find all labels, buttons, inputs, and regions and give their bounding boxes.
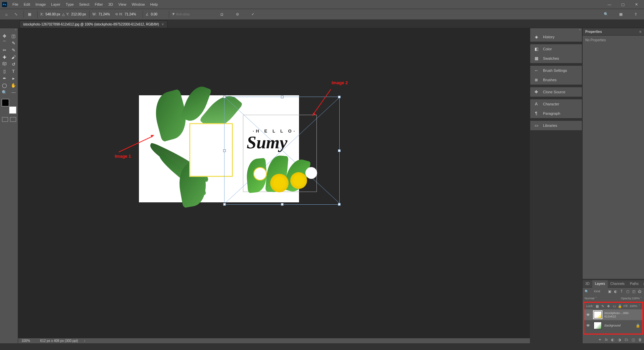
- link-wh-icon[interactable]: ⟲: [115, 12, 118, 16]
- panel-character[interactable]: ACharacter: [530, 99, 582, 109]
- doc-dimensions[interactable]: 612 px x 408 px (300 ppi): [40, 339, 78, 343]
- transform-handle-s[interactable]: [281, 203, 284, 206]
- path-select-tool[interactable]: ▸: [9, 75, 18, 82]
- filter-toggle-icon[interactable]: ⏻: [637, 289, 642, 294]
- filter-shape-icon[interactable]: ▢: [625, 289, 630, 294]
- menu-filter[interactable]: Filter: [92, 0, 105, 9]
- arrange-icon[interactable]: ▦: [617, 11, 625, 18]
- healing-tool[interactable]: ✚: [0, 54, 9, 60]
- transform-handle-w[interactable]: [223, 149, 226, 152]
- mask-icon[interactable]: ◐: [611, 338, 614, 342]
- y-value[interactable]: 212.00 px: [70, 12, 87, 17]
- hand-tool[interactable]: ✋: [9, 82, 18, 89]
- fill-value[interactable]: 100%: [630, 304, 637, 308]
- zoom-tool[interactable]: 🔍: [0, 89, 9, 96]
- filter-smart-icon[interactable]: ◫: [631, 289, 636, 294]
- menu-layer[interactable]: Layer: [48, 0, 63, 9]
- transform-handle-e[interactable]: [338, 149, 341, 152]
- transform-handle-nw[interactable]: [223, 96, 226, 98]
- transform-bounding-box[interactable]: ·H E L L O· Sumy: [224, 97, 340, 205]
- filter-kind[interactable]: Kind: [590, 290, 606, 293]
- delete-layer-icon[interactable]: 🗑: [638, 338, 642, 342]
- properties-header[interactable]: Properties ≡: [583, 28, 644, 36]
- filter-type-icon[interactable]: T: [619, 289, 624, 294]
- antialias-toggle[interactable]: Anti-alias: [176, 12, 190, 16]
- reference-point-icon[interactable]: ▦: [26, 11, 33, 18]
- zoom-level[interactable]: 100%: [21, 339, 30, 343]
- eyedropper-tool[interactable]: ✎: [9, 47, 18, 53]
- panel-brush-settings[interactable]: ↔Brush Settings: [530, 66, 582, 75]
- menu-edit[interactable]: Edit: [21, 0, 33, 9]
- pen-tool[interactable]: ✒: [0, 75, 9, 82]
- transform-handle-ne[interactable]: [338, 96, 341, 98]
- window-close-button[interactable]: ✕: [631, 1, 642, 7]
- collapse-dock-icon[interactable]: »: [530, 28, 582, 32]
- lock-nesting-icon[interactable]: ▭: [612, 304, 616, 308]
- visibility-toggle-icon[interactable]: 👁: [586, 323, 591, 328]
- blend-mode-select[interactable]: Normal ˅: [585, 297, 621, 300]
- fg-bg-colors[interactable]: [2, 99, 16, 114]
- search-icon[interactable]: 🔍: [602, 11, 610, 18]
- quick-select-tool[interactable]: ✎: [9, 40, 18, 46]
- transform-toggle-icon[interactable]: ⤡: [12, 11, 19, 18]
- menu-help[interactable]: Help: [148, 0, 161, 9]
- panel-brushes[interactable]: ≣Brushes: [530, 75, 582, 85]
- background-color-swatch[interactable]: [9, 106, 16, 114]
- cancel-transform-icon[interactable]: ⊘: [234, 11, 241, 18]
- window-minimize-button[interactable]: —: [604, 1, 615, 7]
- share-icon[interactable]: ⇪: [632, 11, 639, 18]
- layer-row[interactable]: 👁 Background 🔒: [584, 320, 642, 331]
- filter-adjust-icon[interactable]: ◐: [613, 289, 618, 294]
- clone-tool[interactable]: 印: [0, 61, 9, 67]
- panel-libraries[interactable]: ▭Libraries: [530, 121, 582, 130]
- new-layer-icon[interactable]: ◫: [632, 338, 635, 342]
- window-maximize-button[interactable]: ▢: [617, 1, 629, 7]
- delta-icon[interactable]: △: [62, 12, 65, 16]
- history-brush-tool[interactable]: ↺: [9, 61, 18, 67]
- fx-icon[interactable]: fx: [605, 338, 608, 342]
- move-tool[interactable]: ✥: [0, 33, 9, 39]
- menu-select[interactable]: Select: [77, 0, 92, 9]
- menu-3d[interactable]: 3D: [106, 0, 116, 9]
- edit-toolbar-icon[interactable]: ⋯: [9, 89, 18, 96]
- h-value[interactable]: 71.24%: [123, 12, 141, 17]
- skew-h-icon[interactable]: ⧩: [172, 12, 175, 16]
- transform-handle-sw[interactable]: [223, 203, 226, 206]
- layer-name[interactable]: istockphoto-...000-612x612: [604, 311, 640, 318]
- menu-type[interactable]: Type: [63, 0, 77, 9]
- tab-layers[interactable]: Layers: [592, 280, 608, 288]
- menu-view[interactable]: View: [116, 0, 129, 9]
- menu-window[interactable]: Window: [129, 0, 147, 9]
- commit-transform-icon[interactable]: ✓: [249, 11, 256, 18]
- document-tab[interactable]: istockphoto-1267027898-612x612.jpg @ 100…: [19, 20, 167, 28]
- quickmask-icon[interactable]: [2, 117, 8, 122]
- group-icon[interactable]: 🗀: [625, 338, 628, 342]
- lock-pos-icon[interactable]: ✥: [606, 304, 611, 308]
- artboard-tool[interactable]: ◫: [9, 33, 18, 39]
- type-tool[interactable]: T: [9, 68, 18, 74]
- crop-tool[interactable]: ✂: [0, 47, 9, 53]
- tab-3d[interactable]: 3D: [583, 280, 592, 288]
- link-layers-icon[interactable]: ⚭: [598, 338, 601, 342]
- visibility-toggle-icon[interactable]: 👁: [586, 313, 591, 317]
- layer-thumbnail[interactable]: [594, 322, 602, 329]
- canvas[interactable]: ·H E L L O· Sumy Image 1 Image 2: [18, 28, 530, 338]
- opacity-value[interactable]: 100%: [632, 297, 640, 300]
- warp-mode-icon[interactable]: Ω: [218, 11, 226, 18]
- panel-clone-source[interactable]: ✥Clone Source: [530, 87, 582, 97]
- close-tab-icon[interactable]: ×: [162, 22, 164, 26]
- panel-history[interactable]: ◈History: [530, 32, 582, 42]
- foreground-color-swatch[interactable]: [2, 99, 9, 106]
- layer-name[interactable]: Background: [604, 324, 633, 327]
- lock-paint-icon[interactable]: ✎: [601, 304, 605, 308]
- lock-trans-icon[interactable]: ▦: [595, 304, 599, 308]
- menu-image[interactable]: Image: [33, 0, 49, 9]
- x-value[interactable]: 548.00 px: [44, 12, 61, 17]
- panel-color[interactable]: ◧Color: [530, 44, 582, 54]
- tab-channels[interactable]: Channels: [608, 280, 627, 288]
- lock-all-icon[interactable]: 🔒: [618, 304, 622, 308]
- panel-paragraph[interactable]: ¶Paragraph: [530, 109, 582, 118]
- brush-tool[interactable]: 🖌: [9, 54, 18, 60]
- search-layers-icon[interactable]: 🔍: [585, 290, 589, 293]
- home-icon[interactable]: ⌂: [3, 11, 10, 18]
